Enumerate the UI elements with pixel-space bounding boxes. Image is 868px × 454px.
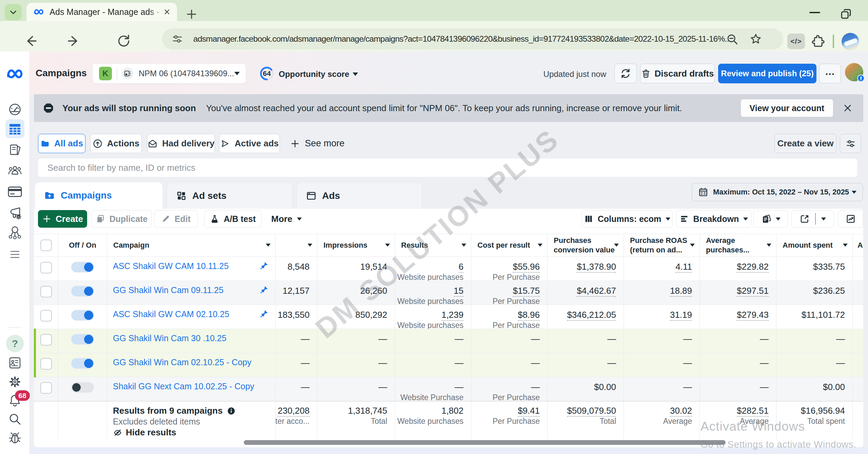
sort-caret-icon[interactable]: [266, 244, 271, 247]
campaign-toggle-on[interactable]: [71, 262, 94, 272]
create-view-button[interactable]: Create a view: [774, 134, 836, 153]
ab-test-button[interactable]: A/B test: [204, 210, 261, 228]
new-tab-button[interactable]: [185, 7, 198, 21]
header-spent[interactable]: Amount spent: [776, 234, 853, 256]
audiences-icon[interactable]: [0, 164, 30, 178]
browser-profile-avatar[interactable]: [842, 33, 859, 50]
info-icon[interactable]: [227, 407, 236, 415]
zoom-out-icon[interactable]: [726, 33, 738, 45]
campaign-link[interactable]: GG Shakil Win Cam 30 .10.25: [113, 333, 226, 343]
tab-search-button[interactable]: [5, 4, 22, 20]
sort-caret-icon[interactable]: [538, 244, 542, 247]
row-checkbox[interactable]: [40, 334, 52, 346]
bookmark-star-icon[interactable]: [749, 33, 762, 45]
breakdown-button[interactable]: Breakdown: [676, 210, 751, 228]
tab-close-icon[interactable]: [163, 8, 171, 16]
tab-ads[interactable]: Ads: [297, 182, 422, 209]
sort-caret-icon[interactable]: [308, 244, 312, 247]
campaign-toggle-on[interactable]: [71, 286, 94, 296]
export-button[interactable]: [791, 210, 834, 228]
ads-reporting-icon[interactable]: [0, 143, 30, 157]
forward-icon[interactable]: [66, 34, 81, 48]
campaign-toggle-on[interactable]: [71, 310, 94, 321]
search-filter-input[interactable]: Search to filter by name, ID or metrics: [38, 159, 857, 177]
window-restore-icon[interactable]: [840, 8, 852, 20]
hide-results-button[interactable]: Hide results: [113, 427, 176, 438]
campaign-link[interactable]: Shakil GG Next Cam 10.02.25 - Copy: [113, 381, 254, 391]
all-tools-icon[interactable]: [0, 249, 30, 260]
columns-button[interactable]: Columns: ecom: [581, 210, 673, 228]
billing-icon[interactable]: [0, 186, 30, 198]
header-cost[interactable]: Cost per result: [471, 234, 548, 256]
more-options-button[interactable]: ...: [819, 64, 841, 83]
campaign-toggle-on[interactable]: [71, 358, 94, 369]
header-roas[interactable]: Purchase ROAS(return on ad...: [624, 234, 700, 256]
sort-caret-icon[interactable]: [843, 244, 848, 247]
campaigns-nav-icon[interactable]: [0, 123, 30, 135]
more-button[interactable]: More: [271, 210, 302, 228]
filter-active-ads[interactable]: Active ads: [219, 134, 280, 153]
window-minimize-icon[interactable]: [809, 12, 821, 14]
see-more-filters[interactable]: See more: [290, 134, 344, 153]
search-icon[interactable]: [0, 412, 30, 426]
campaign-link[interactable]: ASC Shakil GW CAM 10.11.25: [113, 261, 229, 271]
row-checkbox[interactable]: [40, 382, 52, 394]
help-button[interactable]: ?: [6, 335, 24, 352]
site-settings-icon[interactable]: [172, 33, 183, 45]
campaign-link[interactable]: GG Shakil Win Cam 02.10.25 - Copy: [113, 357, 252, 367]
opportunity-caret-icon[interactable]: [353, 73, 358, 76]
review-publish-button[interactable]: Review and publish (25): [718, 64, 816, 83]
reports-button[interactable]: [753, 210, 788, 228]
filter-all-ads[interactable]: All ads: [38, 134, 85, 153]
tab-campaigns[interactable]: Campaigns: [35, 182, 162, 209]
view-settings-button[interactable]: [840, 134, 861, 153]
date-range-selector[interactable]: Maximum: Oct 15, 2022 – Nov 15, 2025: [692, 183, 863, 201]
sort-caret-icon[interactable]: [690, 244, 695, 247]
header-avg[interactable]: Averagepurchases...: [700, 234, 776, 256]
devtools-extension-icon[interactable]: </>: [787, 34, 805, 49]
create-button[interactable]: Create: [38, 210, 87, 228]
row-checkbox[interactable]: [40, 286, 52, 297]
account-selector[interactable]: K NPM 06 (104784139609...: [92, 63, 246, 84]
select-all-checkbox[interactable]: [40, 240, 52, 251]
header-checkbox-cell[interactable]: [34, 234, 58, 256]
pin-icon[interactable]: [260, 261, 269, 270]
header-campaign[interactable]: Campaign: [107, 234, 276, 256]
refresh-button[interactable]: [614, 64, 637, 83]
extensions-puzzle-icon[interactable]: [811, 34, 826, 49]
filter-actions[interactable]: Actions: [90, 134, 142, 153]
browser-tab[interactable]: Ads Manager - Manage ads - C: [26, 3, 177, 21]
row-checkbox[interactable]: [40, 310, 52, 322]
reload-icon[interactable]: [117, 34, 131, 48]
edit-button[interactable]: Edit: [154, 210, 198, 228]
sort-caret-icon[interactable]: [385, 244, 390, 247]
advertising-settings-icon[interactable]: [0, 205, 30, 220]
banner-close-button[interactable]: [840, 101, 855, 116]
events-manager-icon[interactable]: [0, 225, 30, 240]
campaign-toggle-off[interactable]: [71, 382, 94, 393]
user-avatar[interactable]: f: [845, 63, 863, 81]
opportunity-score-label[interactable]: Opportunity score: [279, 69, 349, 79]
discard-drafts-button[interactable]: Discard drafts: [640, 64, 715, 83]
updates-icon[interactable]: [0, 356, 30, 370]
pin-icon[interactable]: [260, 285, 269, 294]
view-charts-button[interactable]: [838, 210, 863, 228]
sort-caret-icon[interactable]: [767, 244, 771, 247]
header-pvalue[interactable]: Purchasesconversion value: [548, 234, 624, 256]
horizontal-scrollbar[interactable]: [244, 440, 726, 445]
row-checkbox[interactable]: [40, 358, 52, 370]
header-impressions[interactable]: Impressions: [317, 234, 395, 256]
tab-ad-sets[interactable]: Ad sets: [167, 182, 292, 209]
sort-caret-icon[interactable]: [461, 244, 466, 247]
pin-icon[interactable]: [260, 309, 269, 318]
report-bug-icon[interactable]: [0, 431, 30, 445]
campaign-toggle-on[interactable]: [71, 334, 94, 345]
header-blank[interactable]: [276, 234, 317, 256]
url-bar[interactable]: adsmanager.facebook.com/adsmanager/manag…: [162, 28, 783, 49]
duplicate-button[interactable]: Duplicate: [91, 210, 152, 228]
account-overview-icon[interactable]: [0, 102, 30, 117]
filter-had-delivery[interactable]: Had delivery: [147, 134, 215, 153]
row-checkbox[interactable]: [40, 262, 52, 273]
settings-gear-icon[interactable]: [0, 374, 30, 389]
view-account-button[interactable]: View your account: [741, 99, 833, 117]
